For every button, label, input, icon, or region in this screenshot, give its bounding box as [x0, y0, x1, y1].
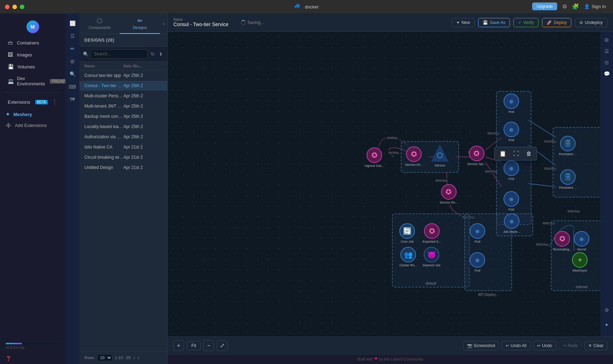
table-row[interactable]: Untitled DesignApr 21st 2 [79, 163, 167, 173]
chat-icon[interactable]: 💬 [602, 69, 611, 78]
verify-button[interactable]: ✓ Verify [513, 18, 538, 27]
node-meshsync[interactable]: ✦ MeshSync [572, 252, 588, 272]
layers-icon[interactable]: ☰ [67, 30, 78, 42]
node-pod3[interactable]: ⎈ Pod [504, 160, 519, 181]
panel-search-bar: 🔍 ↻ ⬆ [79, 47, 167, 62]
canvas-icon[interactable]: ⬜ [67, 18, 78, 29]
node-persistent1[interactable]: 🗄 Persistent ... [559, 136, 577, 156]
settings-icon[interactable]: ⚙ [562, 3, 567, 10]
undeploy-button[interactable]: ⊘ Undeploy [575, 18, 607, 27]
refresh-button[interactable]: ↻ [150, 50, 156, 58]
sidebar-item-dev-environments[interactable]: 💻 Dev Environments PREVIEW [2, 73, 63, 89]
extension-icon[interactable]: 🧩 [572, 3, 579, 10]
table-row[interactable]: Consul two-tier appApr 25th 2 [79, 71, 167, 81]
node-cluster-ro[interactable]: 👥 Cluster Ro... [399, 247, 417, 267]
fit-button[interactable]: Fit [187, 341, 201, 350]
clear-button[interactable]: ✕ Clear [584, 341, 607, 350]
window-controls[interactable] [5, 5, 24, 9]
row-name: Consul two-tier app [84, 73, 124, 78]
node-pod-api2[interactable]: ⎈ Pod [470, 252, 485, 272]
redo-button[interactable]: ↪ Redo [559, 341, 582, 350]
tab-designs[interactable]: ✏ Designs [120, 13, 160, 34]
filter-icon[interactable]: ⊞ [67, 56, 78, 67]
node-ingress-gateway[interactable]: ✪ Ingress Gat... [365, 147, 384, 168]
service-int-label: Service Int... [405, 163, 423, 166]
sidebar-item-images[interactable]: 🖼 Images [2, 49, 63, 60]
table-row[interactable]: Authorization via Gateway - ...Apr 25th … [79, 132, 167, 142]
deploy-button[interactable]: 🚀 Deploy [542, 18, 571, 27]
node-terminating[interactable]: ✪ Terminating... [553, 231, 572, 251]
list-view-icon[interactable]: ☰ [602, 47, 611, 56]
node-pod1[interactable]: ⎈ Pod [504, 93, 519, 114]
fullscreen-button[interactable]: ⤢ [217, 340, 227, 351]
node-daemon-set[interactable]: 😈 Daemon Set [423, 247, 440, 267]
minimize-button[interactable] [12, 5, 17, 9]
tab-components[interactable]: ⬡ Components [79, 13, 120, 34]
maximize-button[interactable] [20, 5, 24, 9]
sidebar-item-meshery[interactable]: ✦ Meshery [0, 109, 65, 120]
node-service[interactable]: ⬡ Service [430, 143, 450, 167]
table-row[interactable]: Multi-tenant JWT enforcementApr 25th 2 [79, 101, 167, 111]
next-page-button[interactable]: › [138, 355, 139, 360]
panel-view-icon[interactable]: ⊟ [602, 58, 611, 67]
edge-label-8: 9002/tcp [434, 178, 449, 183]
map-icon[interactable]: 🗺 [67, 94, 78, 105]
table-row[interactable]: Locality-based load balancinc...Apr 25th… [79, 122, 167, 132]
dev-env-icon: 💻 [8, 78, 13, 84]
search-icon-sidebar[interactable]: 🔍 [67, 68, 78, 80]
upgrade-button[interactable]: Upgrade [532, 2, 557, 10]
node-pod-api1[interactable]: ⎈ Pod [470, 223, 485, 243]
user-menu[interactable]: 👤 Sign In [584, 4, 606, 9]
node-service-ro[interactable]: ✪ Service Ro... [440, 184, 458, 204]
settings-canvas-icon[interactable]: ⚙ [602, 305, 611, 315]
zoom-in-button[interactable]: + [173, 340, 184, 351]
terminal-icon[interactable]: ⌨ [67, 81, 78, 92]
table-row[interactable]: Consul - Two-tier ServiceApr 25th 2 [79, 81, 167, 91]
sidebar-item-add-extensions[interactable]: ➕ Add Extensions [0, 120, 65, 131]
design-name-group: Name [173, 18, 235, 27]
default-group-label: default [425, 281, 436, 285]
app-title: docker [294, 3, 319, 11]
design-name-input[interactable] [173, 22, 235, 27]
undo-button[interactable]: ↩ Undo [533, 341, 556, 350]
pod2-icon: ⎈ [504, 122, 519, 137]
popup-expand-button[interactable]: ⛶ [510, 148, 523, 159]
undo-all-button[interactable]: ↩ Undo All [502, 341, 530, 350]
sync-icon[interactable]: ✦ [602, 320, 611, 329]
close-button[interactable] [5, 5, 10, 9]
node-service-int[interactable]: ✪ Service Int... [405, 146, 423, 166]
row-name: Istio Native CA [84, 145, 124, 150]
upload-button[interactable]: ⬆ [158, 50, 164, 58]
sidebar-item-volumes[interactable]: 💾 Volumes [2, 61, 63, 72]
table-row[interactable]: Backup mesh configurationApr 25th 2 [79, 111, 167, 122]
table-row[interactable]: Circuit breaking with NGINX ...Apr 21st … [79, 152, 167, 163]
new-button[interactable]: ✦ New [452, 18, 475, 27]
node-exported-s[interactable]: ✪ Exported S... [423, 223, 441, 243]
node-job-deploy[interactable]: ⎈ Job Deplo... [503, 213, 520, 233]
prev-page-button[interactable]: ‹ [133, 355, 135, 360]
node-service-split[interactable]: ✪ Service Spl... [467, 146, 486, 166]
save-as-button[interactable]: 💾 Save As [478, 18, 510, 27]
node-cron-job[interactable]: 🔄 Cron Job [399, 223, 415, 243]
node-secret[interactable]: ⎈ Secret [574, 231, 589, 251]
popup-copy-button[interactable]: 📋 [496, 148, 510, 159]
grid-view-icon[interactable]: ⊞ [602, 35, 611, 44]
popup-delete-button[interactable]: 🗑 [523, 148, 535, 159]
sidebar-item-extensions[interactable]: Extensions BETA ⋮ [2, 96, 63, 108]
search-input[interactable] [91, 49, 148, 59]
design-canvas[interactable]: ⊞ ☰ ⊟ 💬 ⚙ ✦ [168, 32, 613, 336]
screenshot-button[interactable]: 📷 Screenshot [463, 341, 499, 350]
node-pod4[interactable]: ⎈ Pod [504, 191, 519, 211]
daemon-set-icon: 😈 [424, 247, 439, 262]
expand-panel-btn[interactable]: › [160, 13, 167, 34]
help-button[interactable]: ❓ [0, 353, 65, 364]
design-icon[interactable]: ✏ [67, 43, 78, 54]
table-row[interactable]: Multi-cluster Persistent Volu...Apr 25th… [79, 91, 167, 101]
node-pod2[interactable]: ⎈ Pod [504, 122, 519, 142]
zoom-out-button[interactable]: − [203, 340, 214, 351]
more-icon[interactable]: ⋮ [52, 99, 58, 105]
table-row[interactable]: Istio Native CAApr 21st 2 [79, 142, 167, 152]
rows-per-page-select[interactable]: 10 25 50 [97, 354, 112, 361]
sidebar-item-containers[interactable]: 🗃 Containers [2, 37, 63, 48]
node-persistent2[interactable]: 🗄 Persistent ... [559, 169, 577, 189]
